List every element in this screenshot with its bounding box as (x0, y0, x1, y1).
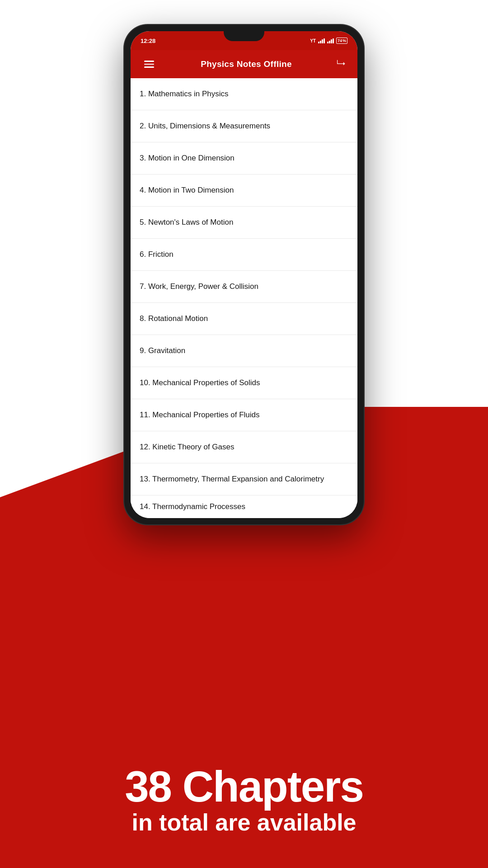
chapter-item-7[interactable]: 7. Work, Energy, Power & Collision (131, 271, 357, 303)
chapter-item-3[interactable]: 3. Motion in One Dimension (131, 142, 357, 175)
chapter-title-6: 6. Friction (140, 250, 174, 259)
chapter-title-12: 12. Kinetic Theory of Gases (140, 442, 234, 452)
chapter-item-9[interactable]: 9. Gravitation (131, 335, 357, 367)
chapter-title-5: 5. Newton's Laws of Motion (140, 217, 233, 227)
time: 12:28 (141, 38, 155, 44)
signal-1 (318, 38, 325, 43)
chapter-title-4: 4. Motion in Two Dimension (140, 185, 234, 195)
chapter-title-11: 11. Mechanical Properties of Fluids (140, 410, 260, 420)
status-icons: YT 74 % (310, 38, 347, 44)
app-title: Physics Notes Offline (201, 59, 292, 69)
chapter-item-10[interactable]: 10. Mechanical Properties of Solids (131, 367, 357, 399)
chapter-item-1[interactable]: 1. Mathematics in Physics (131, 78, 357, 110)
phone-mockup: 12:28 YT 7 (124, 25, 364, 524)
chapters-available-label: in total are available (18, 808, 470, 836)
chapter-title-10: 10. Mechanical Properties of Solids (140, 378, 260, 388)
battery-icon: 74 % (336, 38, 347, 44)
chapter-title-14: 14. Thermodynamic Processes (140, 502, 245, 512)
chapter-title-9: 9. Gravitation (140, 346, 185, 356)
notch (224, 31, 264, 41)
chapter-title-3: 3. Motion in One Dimension (140, 153, 235, 163)
youtube-icon: YT (310, 38, 316, 43)
phone-outer: 12:28 YT 7 (124, 25, 364, 524)
chapter-item-8[interactable]: 8. Rotational Motion (131, 303, 357, 335)
phone-inner: 12:28 YT 7 (131, 31, 357, 518)
share-icon: ⮡ (337, 59, 346, 69)
app-bar: Physics Notes Offline ⮡ (131, 50, 357, 78)
chapter-item-14[interactable]: 14. Thermodynamic Processes (131, 495, 357, 518)
chapter-title-7: 7. Work, Energy, Power & Collision (140, 282, 258, 292)
status-bar: 12:28 YT 7 (131, 31, 357, 50)
chapters-count: 38 Chapters (18, 765, 470, 808)
chapter-item-13[interactable]: 13. Thermometry, Thermal Expansion and C… (131, 463, 357, 495)
chapter-title-13: 13. Thermometry, Thermal Expansion and C… (140, 474, 324, 484)
footer-section: 38 Chapters in total are available (0, 765, 488, 836)
chapter-item-2[interactable]: 2. Units, Dimensions & Measurements (131, 110, 357, 142)
chapter-item-11[interactable]: 11. Mechanical Properties of Fluids (131, 399, 357, 431)
chapter-title-2: 2. Units, Dimensions & Measurements (140, 121, 270, 131)
chapter-item-12[interactable]: 12. Kinetic Theory of Gases (131, 431, 357, 463)
share-button[interactable]: ⮡ (334, 57, 348, 71)
chapter-item-5[interactable]: 5. Newton's Laws of Motion (131, 207, 357, 239)
chapter-item-6[interactable]: 6. Friction (131, 239, 357, 271)
signal-2 (327, 38, 334, 43)
menu-button[interactable] (140, 56, 159, 72)
chapter-title-8: 8. Rotational Motion (140, 314, 208, 324)
hamburger-icon (142, 59, 156, 70)
chapter-list: 1. Mathematics in Physics 2. Units, Dime… (131, 78, 357, 518)
chapter-title-1: 1. Mathematics in Physics (140, 89, 229, 99)
chapter-item-4[interactable]: 4. Motion in Two Dimension (131, 175, 357, 207)
